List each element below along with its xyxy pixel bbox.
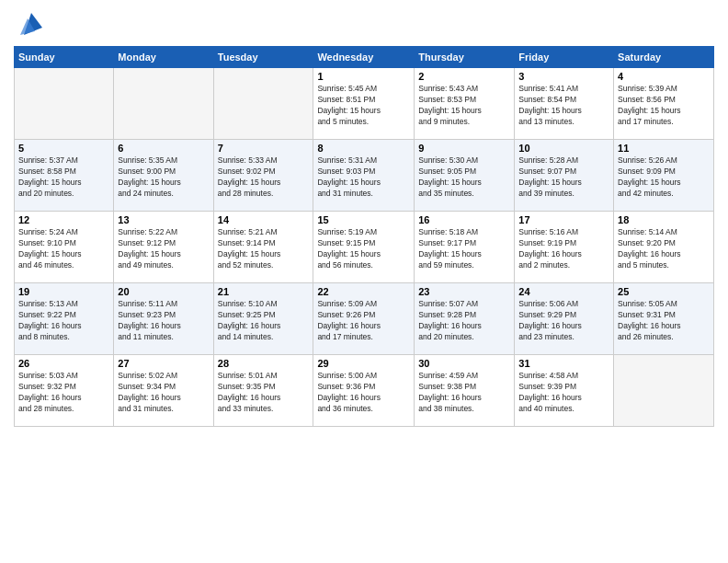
day-info: Sunrise: 5:19 AM Sunset: 9:15 PM Dayligh… [317,227,410,271]
calendar-day: 12Sunrise: 5:24 AM Sunset: 9:10 PM Dayli… [15,212,114,283]
day-info: Sunrise: 4:58 AM Sunset: 9:39 PM Dayligh… [518,371,609,415]
day-number: 12 [18,214,109,225]
day-number: 19 [18,286,109,297]
day-number: 28 [218,358,310,369]
calendar-table: SundayMondayTuesdayWednesdayThursdayFrid… [14,46,714,427]
day-info: Sunrise: 5:01 AM Sunset: 9:35 PM Dayligh… [218,371,310,415]
calendar-day: 31Sunrise: 4:58 AM Sunset: 9:39 PM Dayli… [515,355,614,427]
day-info: Sunrise: 5:37 AM Sunset: 8:58 PM Dayligh… [18,155,109,200]
day-info: Sunrise: 5:00 AM Sunset: 9:36 PM Dayligh… [317,371,410,415]
day-number: 23 [418,286,510,297]
day-number: 2 [418,71,510,82]
day-number: 20 [118,286,209,297]
day-info: Sunrise: 5:16 AM Sunset: 9:19 PM Dayligh… [518,227,609,271]
calendar-week-2: 5Sunrise: 5:37 AM Sunset: 8:58 PM Daylig… [15,140,714,212]
logo-icon [17,9,46,39]
day-number: 31 [518,358,609,369]
calendar-day: 20Sunrise: 5:11 AM Sunset: 9:23 PM Dayli… [114,283,213,355]
day-number: 22 [317,286,410,297]
day-number: 24 [518,286,609,297]
column-header-monday: Monday [114,47,213,68]
day-info: Sunrise: 5:06 AM Sunset: 9:29 PM Dayligh… [518,299,609,343]
calendar-day: 16Sunrise: 5:18 AM Sunset: 9:17 PM Dayli… [415,212,515,283]
day-number: 18 [618,214,710,225]
day-info: Sunrise: 5:39 AM Sunset: 8:56 PM Dayligh… [618,84,710,128]
calendar-day: 18Sunrise: 5:14 AM Sunset: 9:20 PM Dayli… [614,212,714,283]
calendar-day: 3Sunrise: 5:41 AM Sunset: 8:54 PM Daylig… [515,68,614,140]
calendar-day [213,68,313,140]
calendar-day: 2Sunrise: 5:43 AM Sunset: 8:53 PM Daylig… [415,68,515,140]
calendar-day: 21Sunrise: 5:10 AM Sunset: 9:25 PM Dayli… [213,283,313,355]
day-info: Sunrise: 5:10 AM Sunset: 9:25 PM Dayligh… [218,299,310,343]
day-number: 29 [317,358,410,369]
day-info: Sunrise: 5:43 AM Sunset: 8:53 PM Dayligh… [418,84,510,128]
day-number: 3 [518,71,609,82]
calendar-day: 25Sunrise: 5:05 AM Sunset: 9:31 PM Dayli… [614,283,714,355]
calendar-week-1: 1Sunrise: 5:45 AM Sunset: 8:51 PM Daylig… [15,68,714,140]
day-info: Sunrise: 5:30 AM Sunset: 9:05 PM Dayligh… [418,155,510,200]
calendar-week-4: 19Sunrise: 5:13 AM Sunset: 9:22 PM Dayli… [15,283,714,355]
calendar-day: 29Sunrise: 5:00 AM Sunset: 9:36 PM Dayli… [313,355,415,427]
calendar-day: 23Sunrise: 5:07 AM Sunset: 9:28 PM Dayli… [415,283,515,355]
calendar-day: 10Sunrise: 5:28 AM Sunset: 9:07 PM Dayli… [515,140,614,212]
calendar-day: 17Sunrise: 5:16 AM Sunset: 9:19 PM Dayli… [515,212,614,283]
day-info: Sunrise: 5:02 AM Sunset: 9:34 PM Dayligh… [118,371,209,415]
calendar-day: 11Sunrise: 5:26 AM Sunset: 9:09 PM Dayli… [614,140,714,212]
calendar-day [614,355,714,427]
calendar-header-row: SundayMondayTuesdayWednesdayThursdayFrid… [15,47,714,68]
calendar-day: 30Sunrise: 4:59 AM Sunset: 9:38 PM Dayli… [415,355,515,427]
day-number: 27 [118,358,209,369]
day-number: 15 [317,214,410,225]
calendar-week-5: 26Sunrise: 5:03 AM Sunset: 9:32 PM Dayli… [15,355,714,427]
column-header-thursday: Thursday [415,47,515,68]
day-info: Sunrise: 5:13 AM Sunset: 9:22 PM Dayligh… [18,299,109,343]
day-info: Sunrise: 5:07 AM Sunset: 9:28 PM Dayligh… [418,299,510,343]
calendar-day: 7Sunrise: 5:33 AM Sunset: 9:02 PM Daylig… [213,140,313,212]
calendar-day: 9Sunrise: 5:30 AM Sunset: 9:05 PM Daylig… [415,140,515,212]
logo [14,9,46,39]
day-info: Sunrise: 5:18 AM Sunset: 9:17 PM Dayligh… [418,227,510,271]
calendar-day: 22Sunrise: 5:09 AM Sunset: 9:26 PM Dayli… [313,283,415,355]
calendar-day: 15Sunrise: 5:19 AM Sunset: 9:15 PM Dayli… [313,212,415,283]
day-info: Sunrise: 4:59 AM Sunset: 9:38 PM Dayligh… [418,371,510,415]
calendar-day: 27Sunrise: 5:02 AM Sunset: 9:34 PM Dayli… [114,355,213,427]
column-header-tuesday: Tuesday [213,47,313,68]
day-info: Sunrise: 5:14 AM Sunset: 9:20 PM Dayligh… [618,227,710,271]
calendar-day: 14Sunrise: 5:21 AM Sunset: 9:14 PM Dayli… [213,212,313,283]
header [14,9,714,39]
day-number: 30 [418,358,510,369]
calendar-day: 6Sunrise: 5:35 AM Sunset: 9:00 PM Daylig… [114,140,213,212]
day-number: 10 [518,143,609,154]
calendar-day: 8Sunrise: 5:31 AM Sunset: 9:03 PM Daylig… [313,140,415,212]
day-number: 6 [118,143,209,154]
day-info: Sunrise: 5:41 AM Sunset: 8:54 PM Dayligh… [518,84,609,128]
column-header-sunday: Sunday [15,47,114,68]
calendar-day: 4Sunrise: 5:39 AM Sunset: 8:56 PM Daylig… [614,68,714,140]
calendar-day: 1Sunrise: 5:45 AM Sunset: 8:51 PM Daylig… [313,68,415,140]
day-info: Sunrise: 5:31 AM Sunset: 9:03 PM Dayligh… [317,155,410,200]
column-header-friday: Friday [515,47,614,68]
day-info: Sunrise: 5:22 AM Sunset: 9:12 PM Dayligh… [118,227,209,271]
day-info: Sunrise: 5:45 AM Sunset: 8:51 PM Dayligh… [317,84,410,128]
day-number: 21 [218,286,310,297]
calendar-day: 28Sunrise: 5:01 AM Sunset: 9:35 PM Dayli… [213,355,313,427]
calendar-day: 24Sunrise: 5:06 AM Sunset: 9:29 PM Dayli… [515,283,614,355]
day-info: Sunrise: 5:28 AM Sunset: 9:07 PM Dayligh… [518,155,609,200]
day-number: 9 [418,143,510,154]
day-number: 4 [618,71,710,82]
calendar-day [114,68,213,140]
day-info: Sunrise: 5:09 AM Sunset: 9:26 PM Dayligh… [317,299,410,343]
day-info: Sunrise: 5:33 AM Sunset: 9:02 PM Dayligh… [218,155,310,200]
day-number: 17 [518,214,609,225]
day-info: Sunrise: 5:03 AM Sunset: 9:32 PM Dayligh… [18,371,109,415]
day-number: 16 [418,214,510,225]
day-info: Sunrise: 5:21 AM Sunset: 9:14 PM Dayligh… [218,227,310,271]
calendar-week-3: 12Sunrise: 5:24 AM Sunset: 9:10 PM Dayli… [15,212,714,283]
day-number: 25 [618,286,710,297]
calendar-day: 19Sunrise: 5:13 AM Sunset: 9:22 PM Dayli… [15,283,114,355]
day-number: 1 [317,71,410,82]
calendar-page: SundayMondayTuesdayWednesdayThursdayFrid… [0,0,728,563]
day-number: 8 [317,143,410,154]
logo-text [14,9,46,39]
calendar-day: 5Sunrise: 5:37 AM Sunset: 8:58 PM Daylig… [15,140,114,212]
